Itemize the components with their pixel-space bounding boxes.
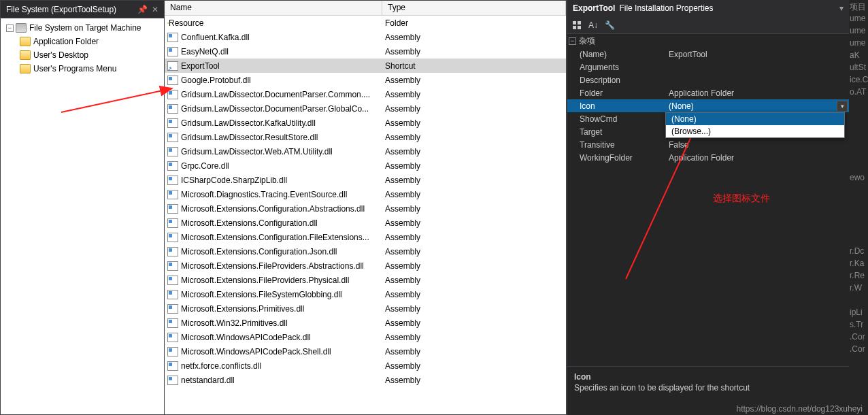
icon-dropdown[interactable]: (None) (Browse...) (665, 112, 845, 138)
strip-item (849, 159, 868, 171)
file-row[interactable]: Microsoft.Extensions.Primitives.dllAssem… (165, 301, 566, 316)
file-row[interactable]: Gridsum.LawDissector.DocumentParser.Comm… (165, 87, 566, 101)
file-row[interactable]: Microsoft.Extensions.Configuration.Json.… (165, 244, 566, 259)
property-grid[interactable]: − 杂项 (Name)ExportToolArgumentsDescriptio… (567, 34, 849, 366)
file-row[interactable]: Gridsum.LawDissector.Web.ATM.Utility.dll… (165, 144, 566, 159)
property-category[interactable]: − 杂项 (567, 34, 849, 48)
asm-icon (167, 33, 178, 42)
file-row[interactable]: Gridsum.LawDissector.KafkaUtility.dllAss… (165, 116, 566, 130)
asm-icon (167, 290, 178, 299)
tree-item-label: User's Desktop (33, 50, 88, 60)
properties-subtitle: File Installation Properties (619, 3, 713, 13)
tree-view[interactable]: − File System on Target Machine Applicat… (1, 18, 164, 414)
file-row[interactable]: Google.Protobuf.dllAssembly (165, 73, 566, 87)
file-row[interactable]: ResourceFolder (165, 16, 566, 30)
tree-item-users-programs-menu[interactable]: User's Programs Menu (1, 62, 164, 76)
folder-icon (20, 64, 31, 73)
property-name: Description (567, 76, 666, 85)
property-row[interactable]: WorkingFolderApplication Folder (567, 151, 849, 164)
file-name: Microsoft.Extensions.Configuration.Abstr… (181, 204, 365, 214)
file-row[interactable]: Gridsum.LawDissector.DocumentParser.Glob… (165, 101, 566, 116)
asm-icon (167, 261, 178, 271)
file-name: netfx.force.conflicts.dll (181, 361, 261, 371)
file-type: Assembly (382, 33, 566, 42)
property-row[interactable]: TransitiveFalse (567, 138, 849, 151)
property-name: (Name) (567, 50, 666, 59)
property-value[interactable]: Application Folder (666, 88, 849, 98)
file-row[interactable]: Microsoft.Extensions.FileProviders.Abstr… (165, 259, 566, 273)
file-row[interactable]: Microsoft.Extensions.Configuration.FileE… (165, 230, 566, 244)
file-row[interactable]: ExportToolShortcut (165, 59, 566, 73)
collapse-icon[interactable]: − (569, 37, 576, 45)
file-row[interactable]: Grpc.Core.dllAssembly (165, 159, 566, 173)
property-row[interactable]: Description (567, 73, 849, 86)
tree-item-users-desktop[interactable]: User's Desktop (1, 48, 164, 62)
file-row[interactable]: netfx.force.conflicts.dllAssembly (165, 359, 566, 373)
file-name: Microsoft.WindowsAPICodePack.Shell.dll (181, 347, 331, 356)
categorized-icon[interactable] (570, 18, 584, 32)
file-row[interactable]: Microsoft.Extensions.FileProviders.Physi… (165, 273, 566, 287)
asm-icon (167, 133, 178, 142)
folder-icon (20, 50, 31, 60)
property-row[interactable]: (Name)ExportTool (567, 48, 849, 61)
column-header-name[interactable]: Name (165, 1, 382, 15)
column-header-type[interactable]: Type (382, 1, 566, 15)
asm-icon (167, 161, 178, 171)
file-name: Microsoft.Diagnostics.Tracing.EventSourc… (181, 190, 347, 199)
grid-body[interactable]: ResourceFolderConfluent.Kafka.dllAssembl… (165, 16, 566, 414)
file-row[interactable]: Microsoft.Win32.Primitives.dllAssembly (165, 316, 566, 330)
file-row[interactable]: Confluent.Kafka.dllAssembly (165, 30, 566, 44)
strip-item: r.Re (849, 269, 868, 282)
file-row[interactable]: Microsoft.Extensions.FileSystemGlobbing.… (165, 287, 566, 301)
file-row[interactable]: Microsoft.Extensions.Configuration.Abstr… (165, 201, 566, 216)
close-icon[interactable]: ✕ (152, 5, 158, 14)
file-row[interactable]: Microsoft.Diagnostics.Tracing.EventSourc… (165, 187, 566, 201)
tab-title: File System (ExportToolSetup) (6, 5, 133, 14)
file-type: Assembly (382, 47, 566, 56)
property-value[interactable]: ExportTool (666, 50, 849, 59)
asm-icon (167, 318, 178, 328)
property-value[interactable]: Application Folder (666, 153, 849, 163)
file-name: netstandard.dll (181, 376, 235, 385)
file-name: Google.Protobuf.dll (181, 76, 251, 85)
shortcut-icon (167, 61, 178, 71)
alphabetical-icon[interactable]: A↓ (586, 18, 600, 32)
tree-item-application-folder[interactable]: Application Folder (1, 35, 164, 48)
chevron-down-icon[interactable]: ▾ (839, 3, 844, 13)
asm-icon (167, 118, 178, 128)
asm-icon (167, 347, 178, 356)
file-type: Assembly (382, 104, 566, 114)
wrench-icon[interactable]: 🔧 (603, 18, 616, 32)
property-row[interactable]: Arguments (567, 61, 849, 73)
tree-root[interactable]: − File System on Target Machine (1, 21, 164, 35)
strip-item: r.W (849, 282, 868, 294)
file-row[interactable]: Microsoft.Extensions.Configuration.dllAs… (165, 216, 566, 230)
file-type: Assembly (382, 76, 566, 85)
file-row[interactable]: netstandard.dllAssembly (165, 373, 566, 387)
property-value[interactable]: False (666, 140, 849, 150)
property-name: Folder (567, 88, 666, 98)
file-row[interactable]: Gridsum.LawDissector.ResultStore.dllAsse… (165, 130, 566, 144)
chevron-down-icon[interactable]: ▾ (837, 101, 848, 112)
property-value[interactable]: (None) (666, 101, 837, 111)
file-row[interactable]: EasyNetQ.dllAssembly (165, 44, 566, 59)
file-type: Assembly (382, 204, 566, 214)
file-row[interactable]: ICSharpCode.SharpZipLib.dllAssembly (165, 173, 566, 187)
file-type: Assembly (382, 290, 566, 299)
property-row[interactable]: FolderApplication Folder (567, 86, 849, 99)
asm-icon (167, 218, 178, 228)
file-row[interactable]: Microsoft.WindowsAPICodePack.Shell.dllAs… (165, 344, 566, 359)
dropdown-item-browse[interactable]: (Browse...) (666, 125, 844, 137)
strip-item: s.Tr (849, 318, 868, 331)
file-name: Gridsum.LawDissector.Web.ATM.Utility.dll (181, 147, 333, 156)
dropdown-item-none[interactable]: (None) (666, 113, 844, 125)
file-type: Shortcut (382, 61, 566, 71)
pin-icon[interactable]: 📌 (137, 5, 148, 14)
collapse-icon[interactable]: − (6, 24, 14, 32)
property-row[interactable]: Icon(None)▾ (567, 99, 849, 112)
strip-item: r.Ka (849, 257, 868, 269)
strip-item (849, 220, 868, 233)
file-name: Gridsum.LawDissector.DocumentParser.Comm… (181, 90, 370, 99)
file-row[interactable]: Microsoft.WindowsAPICodePack.dllAssembly (165, 330, 566, 344)
file-type: Assembly (382, 333, 566, 342)
